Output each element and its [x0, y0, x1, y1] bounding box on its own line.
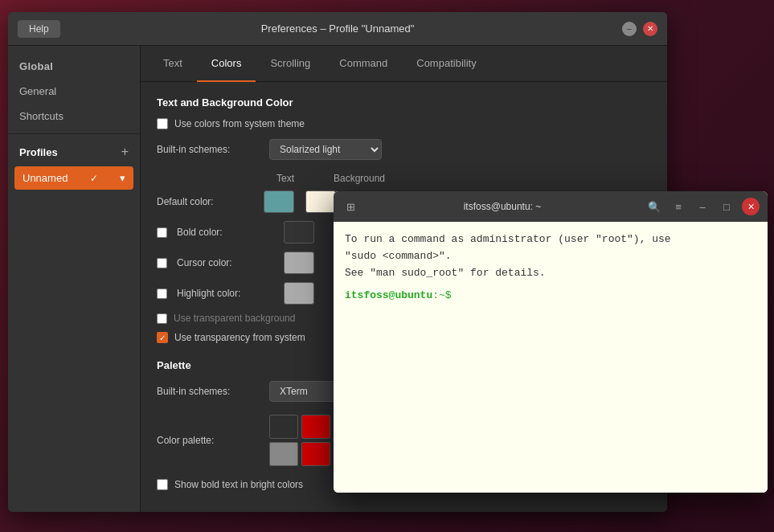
tab-compatibility[interactable]: Compatibility	[402, 46, 490, 82]
tab-text-label: Text	[163, 57, 182, 69]
sidebar-profiles-label: Profiles	[19, 146, 58, 158]
default-text-color-swatch[interactable]	[264, 190, 294, 213]
profile-dropdown-icon: ▾	[120, 172, 125, 184]
profile-check-icon: ✓	[90, 173, 98, 184]
tab-command[interactable]: Command	[325, 46, 402, 82]
palette-scheme-label: Built-in schemes:	[157, 386, 261, 397]
color-headers: Text Background	[261, 173, 651, 184]
palette-swatch-black[interactable]	[269, 415, 298, 439]
terminal-prompt-line: itsfoss@ubuntu:~$	[345, 288, 756, 305]
show-bold-bright-label: Show bold text in bright colors	[174, 479, 303, 490]
sidebar-item-general[interactable]: General	[8, 79, 140, 104]
terminal-title: itsfoss@ubuntu: ~	[366, 201, 639, 212]
use-transparent-bg-label: Use transparent background	[174, 313, 295, 324]
bold-color-label: Bold color:	[177, 227, 277, 238]
terminal-body: To run a command as administrator (user …	[334, 222, 768, 493]
palette-row-1	[269, 415, 330, 439]
sidebar-global-label: Global	[19, 60, 53, 72]
bold-color-checkbox[interactable]	[157, 227, 167, 238]
use-transparency-system-checkbox[interactable]: ✓	[157, 332, 168, 343]
terminal-embed-icon[interactable]: ⊞	[342, 198, 359, 215]
terminal-titlebar: ⊞ itsfoss@ubuntu: ~ 🔍 ≡ – □ ✕	[334, 191, 768, 222]
terminal-line-3: See "man sudo_root" for details.	[345, 265, 756, 282]
terminal-search-icon[interactable]: 🔍	[645, 198, 663, 215]
cursor-color-checkbox[interactable]	[157, 258, 167, 268]
sidebar-item-unnamed-profile[interactable]: Unnamed ✓ ▾	[14, 166, 133, 190]
preferences-titlebar: Help Preferences – Profile "Unnamed" – ✕	[8, 12, 667, 46]
tab-compatibility-label: Compatibility	[416, 57, 476, 69]
help-button[interactable]: Help	[18, 20, 60, 38]
builtin-schemes-label: Built-in schemes:	[157, 144, 261, 155]
palette-swatch-gray[interactable]	[269, 442, 298, 466]
palette-row-2	[269, 442, 330, 466]
use-transparency-system-label: Use transparency from system	[174, 332, 305, 343]
tab-bar: Text Colors Scrolling Command Compatibil…	[141, 46, 667, 82]
background-color-header: Background	[334, 173, 385, 184]
preferences-title: Preferences – Profile "Unnamed"	[261, 23, 415, 35]
scheme-select[interactable]: Solarized light	[269, 139, 382, 160]
tab-command-label: Command	[339, 57, 387, 69]
highlight-color-checkbox[interactable]	[157, 289, 167, 299]
palette-swatches-container	[269, 415, 330, 466]
use-system-colors-row: Use colors from system theme	[157, 118, 651, 129]
sidebar-general-label: General	[19, 85, 56, 97]
close-button[interactable]: ✕	[643, 22, 657, 36]
default-bg-color-swatch[interactable]	[305, 190, 336, 213]
cursor-text-color-swatch[interactable]	[284, 252, 314, 274]
unnamed-profile-label: Unnamed	[23, 172, 68, 184]
tab-text[interactable]: Text	[149, 46, 197, 82]
terminal-close-button[interactable]: ✕	[742, 198, 760, 215]
highlight-color-label: Highlight color:	[177, 288, 277, 299]
terminal-prompt-text: itsfoss@ubuntu	[345, 289, 432, 301]
add-profile-button[interactable]: +	[121, 145, 129, 158]
builtin-schemes-row: Built-in schemes: Solarized light	[157, 139, 651, 160]
use-transparent-bg-checkbox[interactable]	[157, 313, 167, 324]
highlight-text-color-swatch[interactable]	[284, 282, 314, 305]
sidebar-item-shortcuts[interactable]: Shortcuts	[8, 104, 140, 129]
terminal-line-1: To run a command as administrator (user …	[345, 231, 756, 248]
titlebar-controls: – ✕	[622, 22, 657, 36]
text-color-header: Text	[261, 173, 309, 184]
sidebar-global[interactable]: Global	[8, 54, 140, 79]
minimize-button[interactable]: –	[622, 22, 637, 36]
sidebar-profiles-header: Profiles +	[8, 139, 140, 165]
palette-swatch-bright-red[interactable]	[301, 442, 330, 466]
palette-swatch-red[interactable]	[301, 415, 330, 439]
tab-scrolling-label: Scrolling	[270, 57, 310, 69]
sidebar: Global General Shortcuts Profiles + Unna…	[8, 46, 141, 512]
sidebar-shortcuts-label: Shortcuts	[19, 110, 63, 122]
sidebar-divider	[8, 133, 140, 134]
use-system-colors-checkbox[interactable]	[157, 118, 168, 129]
text-background-section-title: Text and Background Color	[157, 96, 651, 108]
tab-colors[interactable]: Colors	[197, 46, 256, 82]
terminal-line-2: "sudo <command>".	[345, 248, 756, 265]
tab-colors-label: Colors	[211, 57, 242, 69]
terminal-maximize-button[interactable]: □	[718, 198, 735, 215]
terminal-prompt-path: :~$	[432, 289, 451, 301]
tab-scrolling[interactable]: Scrolling	[256, 46, 325, 82]
cursor-color-label: Cursor color:	[177, 257, 277, 268]
terminal-window: ⊞ itsfoss@ubuntu: ~ 🔍 ≡ – □ ✕ To run a c…	[334, 191, 768, 493]
terminal-minimize-button[interactable]: –	[694, 198, 711, 215]
default-color-label: Default color:	[157, 196, 257, 207]
terminal-menu-icon[interactable]: ≡	[670, 198, 687, 215]
bold-text-color-swatch[interactable]	[284, 221, 314, 243]
use-system-colors-label: Use colors from system theme	[174, 118, 305, 129]
color-palette-label: Color palette:	[157, 435, 261, 446]
show-bold-bright-checkbox[interactable]	[157, 479, 168, 490]
